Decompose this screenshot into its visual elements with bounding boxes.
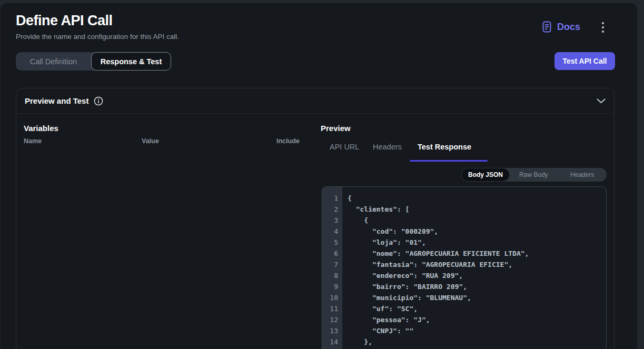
tab-call-definition[interactable]: Call Definition bbox=[16, 52, 91, 71]
code-line: "pessoa": "J", bbox=[348, 314, 606, 325]
variables-col-name: Name bbox=[24, 137, 42, 145]
collapse-chevron-down-icon[interactable] bbox=[597, 98, 606, 104]
code-line: "loja": "01", bbox=[348, 237, 606, 248]
code-line-number: 1 bbox=[322, 193, 338, 204]
tab-headers[interactable]: Headers bbox=[373, 143, 402, 151]
docs-icon bbox=[541, 21, 552, 33]
code-line: { bbox=[348, 215, 606, 226]
docs-label: Docs bbox=[557, 22, 580, 33]
tab-api-url[interactable]: API URL bbox=[330, 143, 359, 151]
panel-header[interactable]: Preview and Test bbox=[16, 88, 614, 114]
response-subtab-group: Body JSON Raw Body Headers bbox=[461, 168, 607, 182]
code-lines: { "clientes": [ { "cod": "000209", "loja… bbox=[342, 187, 606, 349]
code-line-number: 10 bbox=[322, 292, 338, 303]
code-line: "endereco": "RUA 209", bbox=[348, 270, 606, 281]
subtab-headers[interactable]: Headers bbox=[558, 171, 607, 178]
variables-col-value: Value bbox=[142, 137, 159, 145]
code-line-number: 5 bbox=[322, 237, 338, 248]
code-line-number: 9 bbox=[322, 281, 338, 292]
code-line: "fantasia": "AGROPECUARIA EFICIE", bbox=[348, 259, 606, 270]
code-line-number: 8 bbox=[322, 270, 338, 281]
code-line-number: 6 bbox=[322, 248, 338, 259]
variables-col-include: Include bbox=[276, 137, 300, 145]
code-line: "municipio": "BLUMENAU", bbox=[348, 292, 606, 303]
subtab-raw-body[interactable]: Raw Body bbox=[509, 171, 558, 178]
page-subtitle: Provide the name and configuration for t… bbox=[16, 33, 179, 41]
code-line-number: 2 bbox=[322, 204, 338, 215]
kebab-menu-button[interactable] bbox=[597, 21, 609, 34]
code-line: "nome": "AGROPECUARIA EFICIENTE LTDA", bbox=[348, 248, 606, 259]
active-tab-underline bbox=[410, 160, 488, 162]
tab-test-response[interactable]: Test Response bbox=[418, 143, 471, 151]
code-line-number: 7 bbox=[322, 259, 338, 270]
code-line-number: 3 bbox=[322, 215, 338, 226]
info-icon bbox=[94, 96, 103, 106]
code-line-number: 12 bbox=[322, 314, 338, 325]
tab-response-and-test[interactable]: Response & Test bbox=[91, 52, 171, 71]
code-line: "bairro": "BAIRRO 209", bbox=[348, 281, 606, 292]
code-line: "CNPJ": "" bbox=[348, 325, 606, 336]
main-tab-group: Call Definition Response & Test bbox=[16, 52, 171, 71]
preview-title: Preview bbox=[321, 124, 351, 133]
code-line-number: 4 bbox=[322, 226, 338, 237]
panel-title: Preview and Test bbox=[25, 96, 88, 105]
preview-tab-bar: API URL Headers Test Response bbox=[321, 143, 605, 159]
code-line: { bbox=[348, 193, 606, 204]
code-line: "uf": "SC", bbox=[348, 303, 606, 314]
code-line-number: 13 bbox=[322, 325, 338, 336]
code-line: "clientes": [ bbox=[348, 204, 606, 215]
response-body-code-block[interactable]: 123456789101112131415 { "clientes": [ { … bbox=[322, 186, 607, 349]
variables-title: Variables bbox=[24, 124, 58, 133]
code-line: "cod": "000209", bbox=[348, 226, 606, 237]
page-title: Define API Call bbox=[16, 13, 113, 29]
subtab-body-json[interactable]: Body JSON bbox=[462, 168, 509, 181]
code-line-number: 14 bbox=[322, 336, 338, 347]
code-line-number: 11 bbox=[322, 303, 338, 314]
code-gutter: 123456789101112131415 bbox=[322, 187, 342, 349]
docs-link[interactable]: Docs bbox=[541, 20, 580, 34]
code-line: }, bbox=[348, 336, 606, 347]
preview-and-test-panel: Preview and Test Variables Name Value In… bbox=[16, 88, 615, 349]
kebab-icon bbox=[601, 22, 605, 33]
test-api-call-button[interactable]: Test API Call bbox=[554, 52, 615, 70]
